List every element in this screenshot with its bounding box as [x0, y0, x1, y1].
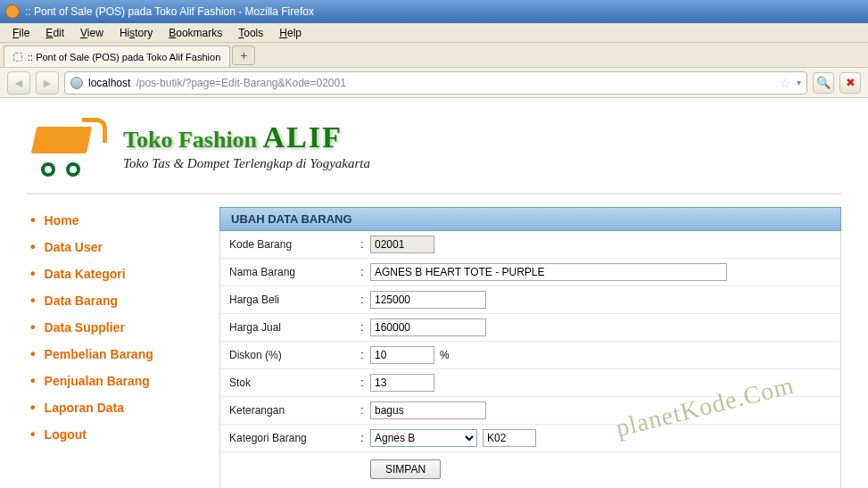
bookmark-star-icon[interactable]: ☆: [780, 76, 791, 90]
sidebar-item-pembelian-barang[interactable]: Pembelian Barang: [27, 341, 196, 368]
url-host: localhost: [88, 77, 130, 89]
url-dropdown-icon[interactable]: ▾: [797, 78, 801, 87]
form-body: Kode Barang : Nama Barang : Harga Beli :…: [219, 231, 841, 488]
input-keterangan[interactable]: [370, 401, 486, 419]
sidebar-item-data-barang[interactable]: Data Barang: [27, 287, 196, 314]
url-path: /pos-butik/?page=Edit-Barang&Kode=02001: [136, 77, 346, 89]
menu-tools[interactable]: Tools: [231, 25, 270, 41]
window-title: :: Pont of Sale (POS) pada Toko Alif Fas…: [25, 5, 314, 18]
address-bar[interactable]: localhost/pos-butik/?page=Edit-Barang&Ko…: [64, 71, 807, 95]
menubar: File Edit View History Bookmarks Tools H…: [0, 23, 868, 43]
sidebar-item-data-user[interactable]: Data User: [27, 234, 196, 261]
input-kode-barang: [370, 236, 434, 253]
site-identity-icon: [70, 77, 83, 89]
page-content: Toko Fashion ALIF Toko Tas & Dompet Terl…: [0, 98, 868, 488]
tabbar: :: Pont of Sale (POS) pada Toko Alif Fas…: [0, 43, 868, 68]
sidebar-nav: Home Data User Data Kategori Data Barang…: [27, 207, 196, 488]
label-harga-beli: Harga Beli: [229, 294, 354, 306]
menu-history[interactable]: History: [112, 25, 160, 41]
input-harga-beli[interactable]: [370, 291, 486, 309]
window-titlebar: :: Pont of Sale (POS) pada Toko Alif Fas…: [0, 0, 868, 23]
search-engine-button[interactable]: 🔍: [813, 72, 834, 94]
label-stok: Stok: [229, 376, 354, 389]
menu-edit[interactable]: Edit: [38, 25, 71, 41]
cart-logo-icon: [27, 114, 107, 177]
input-kategori-code[interactable]: [483, 429, 536, 447]
input-nama-barang[interactable]: [370, 263, 727, 281]
diskon-suffix: %: [440, 349, 450, 361]
menu-file[interactable]: File: [5, 25, 37, 41]
menu-help[interactable]: Help: [272, 25, 309, 41]
input-diskon[interactable]: [370, 346, 434, 364]
favicon-placeholder-icon: [13, 53, 22, 62]
tab-title: :: Pont of Sale (POS) pada Toko Alif Fas…: [28, 52, 220, 62]
new-tab-button[interactable]: +: [232, 45, 255, 65]
browser-tab[interactable]: :: Pont of Sale (POS) pada Toko Alif Fas…: [4, 45, 230, 67]
brand-header: Toko Fashion ALIF Toko Tas & Dompet Terl…: [27, 114, 841, 177]
simpan-button[interactable]: SIMPAN: [370, 459, 441, 479]
select-kategori-barang[interactable]: Agnes B: [370, 429, 477, 447]
sidebar-item-home[interactable]: Home: [27, 207, 196, 234]
label-keterangan: Keterangan: [229, 404, 354, 417]
back-button[interactable]: ◄: [7, 71, 30, 95]
sidebar-item-logout[interactable]: Logout: [27, 421, 196, 448]
navigation-toolbar: ◄ ► localhost/pos-butik/?page=Edit-Baran…: [0, 68, 868, 98]
label-kategori-barang: Kategori Barang: [229, 432, 354, 444]
firefox-icon: [5, 4, 20, 19]
sidebar-item-penjualan-barang[interactable]: Penjualan Barang: [27, 368, 196, 394]
label-kode-barang: Kode Barang: [229, 238, 354, 251]
forward-button[interactable]: ►: [36, 71, 59, 95]
menu-view[interactable]: View: [73, 25, 111, 41]
label-harga-jual: Harga Jual: [229, 321, 354, 334]
main-panel: UBAH DATA BARANG Kode Barang : Nama Bara…: [219, 207, 841, 488]
sidebar-item-data-kategori[interactable]: Data Kategori: [27, 261, 196, 287]
brand-tagline: Toko Tas & Dompet Terlengkap di Yogyakar…: [123, 156, 370, 171]
panel-title: UBAH DATA BARANG: [219, 207, 841, 231]
sidebar-item-data-supplier[interactable]: Data Supplier: [27, 314, 196, 341]
input-harga-jual[interactable]: [370, 318, 486, 336]
stop-button[interactable]: ✖: [839, 72, 861, 94]
input-stok[interactable]: [370, 374, 434, 392]
label-nama-barang: Nama Barang: [229, 266, 354, 278]
sidebar-item-laporan-data[interactable]: Laporan Data: [27, 394, 196, 421]
label-diskon: Diskon (%): [229, 349, 354, 361]
brand-title: Toko Fashion ALIF: [123, 120, 370, 154]
menu-bookmarks[interactable]: Bookmarks: [161, 25, 229, 41]
